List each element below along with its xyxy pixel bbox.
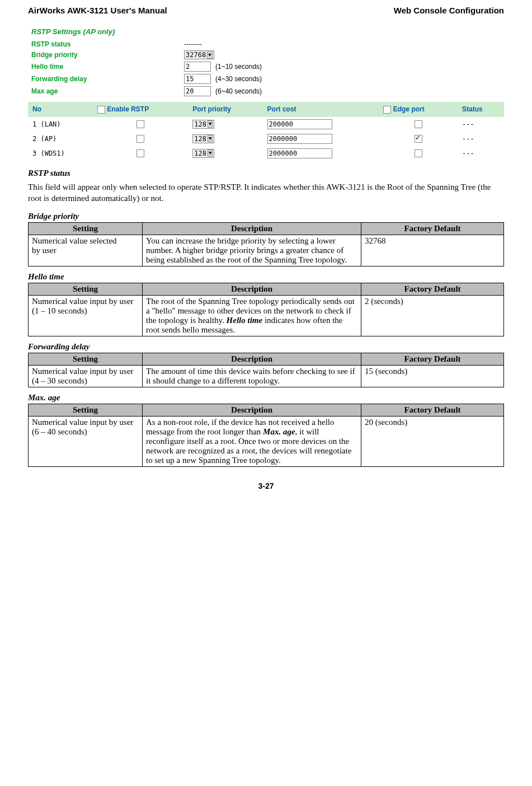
enable-rstp-header-checkbox[interactable] <box>97 106 105 114</box>
ma-setting-line2: (6 – 40 seconds) <box>32 427 87 436</box>
bp-setting: Numerical value selected by user <box>29 235 143 266</box>
bp-desc: You can increase the bridge priority by … <box>143 235 361 266</box>
fd-setting-line2: (4 – 30 seconds) <box>32 376 87 385</box>
port-cost-input[interactable] <box>267 148 332 158</box>
port-no: 2 (AP) <box>28 132 93 146</box>
ht-desc-emph: Hello time <box>227 316 263 325</box>
page-header: AirWorks AWK-3121 User's Manual Web Cons… <box>28 6 504 15</box>
table-row: 1 (LAN)128▼--- <box>28 117 504 132</box>
port-cost-input[interactable] <box>267 119 332 129</box>
ht-desc: The root of the Spanning Tree topology p… <box>143 296 361 336</box>
bp-default: 32768 <box>361 235 504 266</box>
rstp-setting-row: Forwarding delay(4~30 seconds) <box>28 73 504 85</box>
port-priority-cell: 128▼ <box>188 117 262 132</box>
fd-h-setting: Setting <box>29 353 143 366</box>
edge-port-checkbox[interactable] <box>415 120 422 128</box>
port-status: --- <box>458 117 504 132</box>
port-status: --- <box>458 146 504 161</box>
table-row: Numerical value selected by user You can… <box>29 235 504 266</box>
fd-setting-line1: Numerical value input by user <box>32 367 134 376</box>
rstp-setting-input[interactable] <box>184 74 211 84</box>
fd-h-desc: Description <box>143 353 361 366</box>
bp-h-setting: Setting <box>29 223 143 235</box>
rstp-setting-label: Forwarding delay <box>31 75 180 83</box>
table-fwd-delay: Setting Description Factory Default Nume… <box>28 353 504 387</box>
port-enable-cell <box>93 117 188 132</box>
table-bridge-priority: Setting Description Factory Default Nume… <box>28 222 504 266</box>
table-row: Numerical value input by user (4 – 30 se… <box>29 366 504 387</box>
col-status: Status <box>458 102 504 117</box>
port-priority-cell: 128▼ <box>188 132 262 146</box>
fd-setting: Numerical value input by user (4 – 30 se… <box>29 366 143 387</box>
chevron-down-icon: ▼ <box>208 120 213 128</box>
rstp-screenshot: RSTP Settings (AP only) RSTP status-----… <box>28 25 504 161</box>
bp-h-desc: Description <box>143 223 361 235</box>
chevron-down-icon: ▼ <box>208 135 213 142</box>
ma-h-default: Factory Default <box>361 404 504 417</box>
ht-setting-line2: (1 – 10 seconds) <box>32 306 87 315</box>
enable-rstp-checkbox[interactable] <box>136 120 144 128</box>
enable-rstp-checkbox[interactable] <box>136 135 144 143</box>
table-fwd-delay-title: Forwarding delay <box>28 342 504 352</box>
header-left: AirWorks AWK-3121 User's Manual <box>28 6 167 15</box>
col-edge-port: Edge port <box>379 102 458 117</box>
ma-setting-line1: Numerical value input by user <box>32 418 134 427</box>
section-rstp-status-body: This field will appear only when selecte… <box>28 181 504 204</box>
ht-h-desc: Description <box>143 283 361 296</box>
port-enable-cell <box>93 146 188 161</box>
col-port-cost: Port cost <box>263 102 379 117</box>
page-number: 3-27 <box>28 481 504 490</box>
port-cost-cell <box>263 132 379 146</box>
edge-port-cell <box>379 146 458 161</box>
rstp-setting-row: Hello time(1~10 seconds) <box>28 60 504 73</box>
port-cost-cell <box>263 146 379 161</box>
ma-h-setting: Setting <box>29 404 143 417</box>
col-edge-port-label: Edge port <box>393 105 425 113</box>
enable-rstp-checkbox[interactable] <box>136 149 144 157</box>
rstp-setting-value: -------- <box>184 40 202 48</box>
port-priority-dropdown[interactable]: 128▼ <box>192 149 214 158</box>
table-row: Numerical value input by user (6 – 40 se… <box>29 417 504 467</box>
ht-default: 2 (seconds) <box>361 296 504 336</box>
rstp-port-table: No Enable RSTP Port priority Port cost E… <box>28 102 504 161</box>
rstp-setting-label: RSTP status <box>31 40 180 48</box>
rstp-setting-hint: (6~40 seconds) <box>215 87 262 95</box>
port-priority-dropdown[interactable]: 128▼ <box>192 120 214 129</box>
port-status: --- <box>458 132 504 146</box>
ma-desc-emph: Max. age <box>263 427 295 436</box>
rstp-setting-dropdown[interactable]: 32768▼ <box>184 50 214 59</box>
chevron-down-icon: ▼ <box>207 52 212 59</box>
port-priority-dropdown[interactable]: 128▼ <box>192 134 214 143</box>
port-no: 1 (LAN) <box>28 117 93 132</box>
col-no: No <box>28 102 93 117</box>
bp-setting-line1: Numerical value selected <box>32 236 117 245</box>
bp-h-default: Factory Default <box>361 223 504 235</box>
table-row: Numerical value input by user (1 – 10 se… <box>29 296 504 336</box>
table-max-age-title: Max. age <box>28 393 504 403</box>
port-no: 3 (WDS1) <box>28 146 93 161</box>
port-enable-cell <box>93 132 188 146</box>
table-hello-time: Setting Description Factory Default Nume… <box>28 283 504 336</box>
section-rstp-status-title: RSTP status <box>28 169 504 178</box>
table-row: 3 (WDS1)128▼--- <box>28 146 504 161</box>
rstp-setting-hint: (1~10 seconds) <box>215 63 262 71</box>
ma-desc: As a non-root role, if the device has no… <box>143 417 361 467</box>
edge-port-header-checkbox[interactable] <box>383 106 391 114</box>
edge-port-cell <box>379 117 458 132</box>
edge-port-checkbox[interactable] <box>415 135 422 143</box>
rstp-setting-input[interactable] <box>184 62 211 72</box>
table-bridge-priority-title: Bridge priority <box>28 212 504 221</box>
rstp-setting-row: RSTP status-------- <box>28 39 504 49</box>
header-right: Web Console Configuration <box>394 6 504 15</box>
rstp-setting-label: Max age <box>31 87 180 95</box>
table-row: 2 (AP)128▼--- <box>28 132 504 146</box>
ma-setting: Numerical value input by user (6 – 40 se… <box>29 417 143 467</box>
rstp-setting-row: Max age(6~40 seconds) <box>28 85 504 97</box>
edge-port-checkbox[interactable] <box>415 149 422 157</box>
rstp-setting-input[interactable] <box>184 86 211 96</box>
table-max-age: Setting Description Factory Default Nume… <box>28 404 504 467</box>
port-cost-cell <box>263 117 379 132</box>
edge-port-cell <box>379 132 458 146</box>
port-cost-input[interactable] <box>267 134 332 144</box>
ht-h-default: Factory Default <box>361 283 504 296</box>
